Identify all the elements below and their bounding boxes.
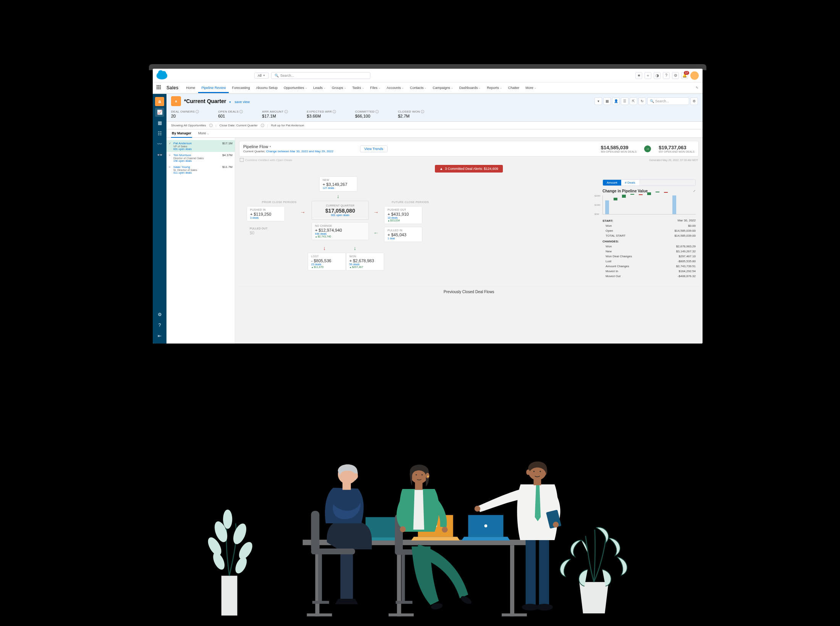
side-title: Change in Pipeline Value [603,189,648,193]
notifications-icon[interactable]: 🔔17 [681,72,688,79]
grid-button[interactable]: ▦ [603,97,611,105]
nav-chatter[interactable]: Chatter [505,84,523,92]
side-panel: Amount # Deals Change in Pipeline Value⤢… [599,176,699,283]
rail-app-icon[interactable]: a [155,97,164,106]
nav-campaigns[interactable]: Campaigns⌄ [430,84,456,92]
card-pulled-in[interactable]: PULLED IN + $45,043 1 deal [384,227,422,242]
svg-rect-18 [342,481,351,490]
total-start: $14,585,039569 OPEN AND WON DEALS [601,145,636,153]
waterfall-chart: $20M $10M $0M [603,195,696,215]
nav-files[interactable]: Files⌄ [367,84,384,92]
svg-point-44 [553,522,559,528]
svg-point-47 [528,462,546,480]
manager-tree: ✓Pat AndersonVP of Sales601 open deals$1… [166,138,235,344]
edit-nav-icon[interactable]: ✎ [696,86,699,90]
card-new[interactable]: NEW + $3,149,267 127 deals [319,176,357,192]
tab-by-manager[interactable]: By Manager [171,129,192,138]
metric-arr-amount: ARR AMOUNT i$17.1M [262,110,288,118]
rail-binoculars-icon[interactable]: 👓 [155,150,164,160]
metric-committed: COMMITTED i$66,100 [355,110,379,118]
svg-point-41 [522,604,539,611]
svg-rect-25 [395,514,403,554]
svg-rect-24 [312,601,329,604]
svg-rect-39 [526,540,536,605]
svg-rect-43 [546,510,561,529]
flow-header: Pipeline Flow▾ Current Quarter, Change b… [239,141,699,156]
svg-point-37 [426,473,430,478]
search-scope-dropdown[interactable]: All▼ [254,73,269,79]
trail-icon[interactable]: ◑ [654,72,661,79]
settings-button[interactable]: ⚙ [690,97,698,105]
nav-reports[interactable]: Reports⌄ [484,84,505,92]
svg-rect-11 [510,545,514,616]
nav-home[interactable]: Home [183,84,198,92]
user-button[interactable]: 👤 [612,97,620,105]
svg-point-31 [442,527,447,532]
flow-title[interactable]: Pipeline Flow▾ [243,144,333,149]
nav-tasks[interactable]: Tasks⌄ [349,84,367,92]
card-pushed-out[interactable]: PUSHED OUT + $431,910 10 deals $33,034 [384,206,422,224]
nav-opportunities[interactable]: Opportunities⌄ [281,84,310,92]
view-name[interactable]: *Current Quarter [184,98,226,104]
nav-more[interactable]: More⌄ [522,84,540,92]
nav-forecasting[interactable]: Forecasting [229,84,253,92]
view-trends-button[interactable]: View Trends [360,145,387,152]
card-lost[interactable]: LOST - $805,536 23 deals $11,670 [308,253,346,271]
svg-rect-12 [307,613,332,616]
arrow-down-icon: ↓ [337,193,339,199]
global-search-input[interactable]: 🔍Search... [271,72,370,79]
user-avatar[interactable] [690,71,699,80]
export-button[interactable]: ⇱ [630,97,637,105]
svg-rect-22 [311,549,355,554]
arrow-down-icon: ↓ [354,245,356,251]
deal-alert[interactable]: ▲3 Committed Deal Alerts: $124,609 [435,165,503,173]
combine-checkbox[interactable] [240,158,244,162]
rail-columns-icon[interactable]: ☷ [155,129,164,138]
card-current-quarter[interactable]: CURRENT QUARTER $17,058,080 601 open dea… [312,201,369,220]
favorite-icon[interactable]: ★ [635,72,642,79]
svg-point-2 [205,535,224,558]
rail-collapse-icon[interactable]: ⇤ [155,331,164,340]
tree-node[interactable]: ✓Pat AndersonVP of Sales601 open deals$1… [166,140,235,152]
nav-dashboards[interactable]: Dashboards⌄ [456,84,484,92]
svg-rect-40 [539,540,549,605]
setup-gear-icon[interactable]: ⚙ [672,72,679,79]
expand-icon[interactable]: ⤢ [693,189,696,193]
tree-node[interactable]: >Tim MorrisonDirector of Channel Sales15… [166,152,235,164]
filter-button[interactable]: ▾ [594,97,602,105]
nav-pipeline-review[interactable]: Pipeline Review [198,84,229,93]
svg-rect-17 [340,549,353,600]
rail-chart-icon[interactable]: 📈 [155,108,164,117]
help-icon[interactable]: ? [663,72,670,79]
nav-leads[interactable]: Leads⌄ [310,84,329,92]
nav-groups[interactable]: Groups⌄ [329,84,349,92]
seg-deals[interactable]: # Deals [621,180,639,186]
card-pulled-out: PULLED OUT $0 [247,225,285,237]
card-pushed-in[interactable]: PUSHED IN + $119,250 3 deals [247,206,285,221]
svg-point-20 [354,473,358,479]
metric-closed-won: CLOSED WON i$2.7M [398,110,424,118]
manager-tabs: By Manager More ⌄ [166,129,703,138]
app-launcher-icon[interactable] [157,85,162,90]
rail-settings-icon[interactable]: ⚙ [155,310,164,319]
tree-node[interactable]: >Isaac YoungSr. Director of Sales411 ope… [166,164,235,176]
save-view-link[interactable]: save view [234,100,250,104]
rail-help-icon[interactable]: ? [155,321,164,330]
tab-more[interactable]: More ⌄ [197,129,210,137]
list-button[interactable]: ☰ [621,97,628,105]
refresh-button[interactable]: ↻ [638,97,646,105]
arrow-left-icon: ← [373,230,379,236]
seg-amount[interactable]: Amount [603,180,621,186]
card-won[interactable]: WON + $2,678,983 56 deals $297,467 [346,253,384,271]
nav-accounts[interactable]: Accounts⌄ [384,84,407,92]
change-table: START:Mar 30, 2022 Won$0.00Open$14,585,0… [603,218,696,279]
rail-table-icon[interactable]: ▦ [155,118,164,127]
card-no-change[interactable]: NO CHANGE + $12,974,940 446 deals $2,743… [312,222,369,240]
view-search-input[interactable]: 🔍 Search... [647,97,689,105]
rail-pulse-icon[interactable]: 〰 [155,140,164,149]
add-icon[interactable]: ＋ [645,72,651,79]
nav-contacts[interactable]: Contacts⌄ [407,84,430,92]
svg-rect-26 [395,549,433,555]
nav-akoonu-setup[interactable]: Akoonu Setup [253,84,281,92]
svg-point-4 [231,522,249,546]
